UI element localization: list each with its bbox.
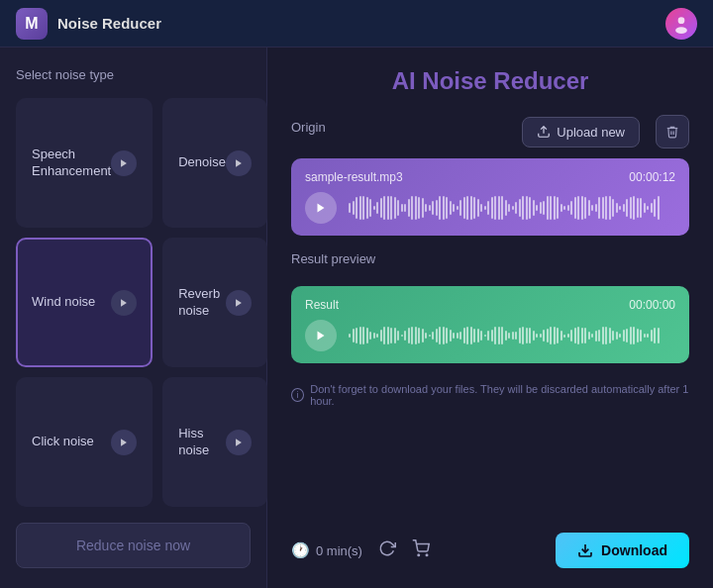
origin-player-top: sample-result.mp3 00:00:12 [305,170,675,184]
info-icon: i [291,388,304,402]
noise-card-denoise[interactable]: Denoise [162,98,267,228]
svg-point-11 [418,554,420,556]
info-message: Don't forget to download your files. The… [310,383,689,407]
upload-button-label: Upload new [557,125,625,140]
result-waveform [349,322,675,349]
origin-header: Origin Upload new [291,115,689,148]
main-layout: Select noise type Speech Enhancement Den… [0,48,713,588]
cart-icon[interactable] [412,539,430,561]
svg-marker-10 [318,332,325,341]
noise-card-hiss[interactable]: Hiss noise [162,377,267,507]
noise-label-denoise: Denoise [178,154,226,171]
noise-card-speech[interactable]: Speech Enhancement [16,98,153,228]
noise-play-speech[interactable] [111,150,137,176]
result-player-top: Result 00:00:00 [305,298,675,312]
clock-icon: 🕐 [291,541,310,559]
svg-marker-6 [121,439,127,446]
svg-marker-4 [121,299,127,307]
svg-marker-3 [236,159,242,167]
noise-play-reverb[interactable] [226,290,252,316]
delete-button[interactable] [656,115,689,148]
download-icon [577,542,593,558]
header-left: M Noise Reducer [16,8,161,40]
noise-label-click: Click noise [32,434,94,450]
origin-waveform [349,194,675,222]
upload-icon [537,125,551,139]
time-indicator: 🕐 0 min(s) [291,541,362,559]
result-play-button[interactable] [305,320,337,351]
result-duration: 00:00:00 [629,298,675,312]
origin-label: Origin [291,120,326,135]
trash-icon [665,125,679,139]
left-panel: Select noise type Speech Enhancement Den… [0,48,267,588]
header: M Noise Reducer [0,0,713,48]
avatar[interactable] [665,8,697,40]
page-title: AI Noise Reducer [291,67,689,95]
svg-point-1 [675,27,687,34]
origin-audio-player: sample-result.mp3 00:00:12 [291,158,689,236]
svg-point-12 [426,554,428,556]
time-value: 0 min(s) [316,543,362,558]
result-audio-player: Result 00:00:00 [291,286,689,363]
svg-marker-2 [121,159,127,167]
bottom-left: 🕐 0 min(s) [291,539,430,561]
svg-marker-7 [236,439,242,446]
noise-card-reverb[interactable]: Reverb noise [162,238,267,367]
result-label: Result [305,298,339,312]
origin-filename: sample-result.mp3 [305,170,403,184]
upload-button[interactable]: Upload new [522,117,640,147]
refresh-icon[interactable] [378,539,396,561]
panel-title: Select noise type [16,67,251,82]
noise-label-speech: Speech Enhancement [32,147,111,180]
bottom-bar: 🕐 0 min(s) [291,517,689,568]
svg-marker-9 [318,204,325,213]
right-panel: AI Noise Reducer Origin Upload new [267,48,713,588]
noise-card-wind[interactable]: Wind noise [16,238,153,367]
svg-point-0 [678,17,685,24]
origin-controls [305,192,675,224]
result-controls [305,320,675,351]
origin-play-button[interactable] [305,192,337,224]
noise-play-hiss[interactable] [226,430,252,455]
reduce-noise-button[interactable]: Reduce noise now [16,523,251,568]
noise-label-reverb: Reverb noise [178,286,226,320]
app-title: Noise Reducer [57,15,161,32]
noise-play-denoise[interactable] [226,150,252,176]
noise-play-wind[interactable] [111,290,137,316]
noise-card-click[interactable]: Click noise [16,377,153,507]
download-button[interactable]: Download [556,533,689,568]
origin-duration: 00:00:12 [629,170,675,184]
svg-marker-5 [236,299,242,307]
download-button-label: Download [601,542,667,558]
result-preview-label: Result preview [291,251,689,266]
noise-play-click[interactable] [111,430,137,455]
info-bar: i Don't forget to download your files. T… [291,383,689,407]
noise-label-hiss: Hiss noise [178,426,226,459]
logo-icon: M [16,8,48,40]
noise-grid: Speech Enhancement Denoise Wind noise [16,98,251,507]
noise-label-wind: Wind noise [32,294,95,311]
